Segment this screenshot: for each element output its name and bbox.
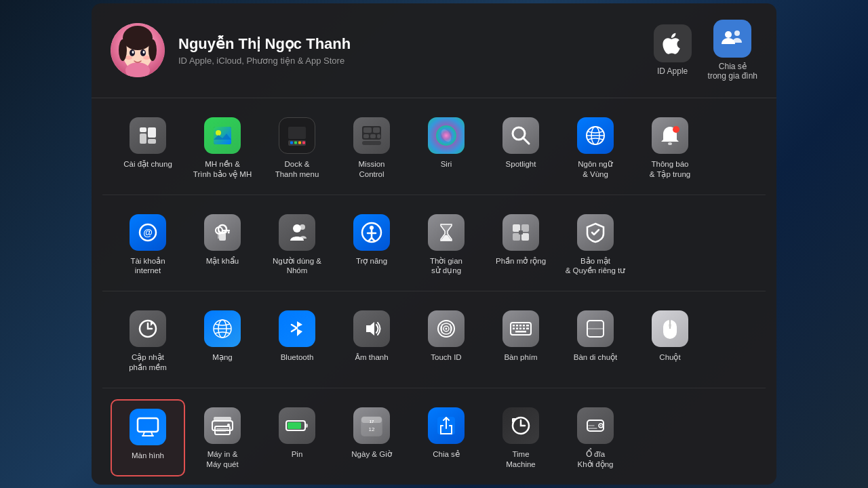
internet-label: Tài khoảninternet: [130, 256, 165, 277]
apple-id-label: ID Apple: [657, 66, 688, 76]
item-keyboard[interactable]: Bàn phím: [484, 302, 558, 380]
apple-id-button[interactable]: ID Apple: [654, 24, 692, 76]
startup-label: Ổ đĩaKhởi động: [577, 449, 613, 470]
svg-point-43: [668, 142, 672, 145]
svg-rect-34: [362, 141, 381, 145]
battery-icon: [279, 407, 315, 444]
svg-rect-77: [516, 325, 518, 327]
section-3: Cập nhậtphần mềm Mạng: [102, 291, 766, 388]
item-siri[interactable]: Siri: [409, 109, 484, 186]
screentime-icon: [428, 214, 465, 251]
mission-icon: [353, 117, 390, 154]
item-datetime[interactable]: 17 12 Ngày & Giờ: [334, 399, 409, 476]
siri-icon: [428, 117, 465, 154]
apple-id-icon-box: [654, 24, 692, 62]
item-printer[interactable]: Máy in &Máy quét: [185, 399, 260, 476]
datetime-label: Ngày & Giờ: [351, 449, 391, 460]
user-subtitle: ID Apple, iCloud, Phương tiện & App Stor…: [178, 56, 654, 66]
item-screentime[interactable]: Thời giansử dụng: [409, 206, 484, 283]
bluetooth-icon: [279, 310, 315, 347]
svg-line-70: [292, 328, 297, 331]
item-users[interactable]: Người dùng &Nhóm: [260, 206, 334, 283]
item-sound[interactable]: Âm thanh: [334, 302, 409, 380]
item-mouse[interactable]: Chuột: [633, 302, 707, 380]
notif-label: Thông báo& Tập trung: [650, 159, 691, 180]
item-display[interactable]: Màn hình: [111, 399, 185, 476]
touchid-label: Touch ID: [431, 352, 461, 363]
accessibility-icon: [353, 214, 390, 251]
svg-rect-17: [148, 139, 156, 144]
timemachine-label: TimeMachine: [506, 449, 535, 470]
timemachine-icon: [502, 407, 539, 444]
section-4-grid: Màn hình Máy in &Máy quét: [111, 399, 757, 476]
svg-rect-51: [225, 231, 227, 233]
network-icon: [204, 310, 241, 347]
svg-point-13: [734, 30, 740, 36]
display-label: Màn hình: [132, 451, 164, 461]
item-spotlight[interactable]: Spotlight: [484, 109, 558, 186]
item-language[interactable]: Ngôn ngữ& Vùng: [558, 109, 633, 186]
svg-rect-31: [363, 134, 369, 138]
item-touchid[interactable]: Touch ID: [409, 302, 484, 380]
svg-rect-50: [228, 231, 230, 233]
item-network[interactable]: Mạng: [185, 302, 260, 380]
keyboard-icon: [502, 310, 539, 347]
svg-point-91: [669, 323, 671, 327]
spotlight-label: Spotlight: [506, 159, 536, 169]
battery-label: Pin: [292, 449, 303, 460]
svg-rect-29: [363, 127, 372, 133]
svg-rect-81: [513, 328, 515, 330]
item-timemachine[interactable]: TimeMachine: [484, 399, 558, 476]
item-wallpaper[interactable]: MH nền &Trình bảo vệ MH: [185, 109, 260, 186]
general-label: Cài đặt chung: [123, 159, 172, 169]
item-security[interactable]: Bảo mật& Quyền riêng tư: [558, 206, 633, 283]
family-sharing-button[interactable]: Chia sẻtrong gia đình: [708, 20, 757, 81]
svg-line-69: [292, 325, 297, 328]
item-extensions[interactable]: Phần mở rộng: [484, 206, 558, 283]
svg-rect-64: [519, 230, 523, 235]
item-accessibility[interactable]: Trợ năng: [334, 206, 409, 283]
svg-rect-93: [139, 420, 157, 430]
item-battery[interactable]: Pin: [260, 399, 334, 476]
svg-rect-101: [216, 428, 229, 430]
item-mission[interactable]: MissionControl: [334, 109, 409, 186]
svg-rect-32: [370, 134, 376, 138]
svg-point-115: [600, 425, 601, 426]
svg-rect-76: [513, 325, 515, 327]
language-icon: [577, 117, 614, 154]
svg-point-8: [132, 51, 134, 54]
svg-text:@: @: [143, 227, 153, 238]
item-general[interactable]: Cài đặt chung: [111, 109, 185, 186]
svg-rect-79: [523, 325, 525, 327]
password-label: Mật khẩu: [206, 256, 239, 266]
sound-icon: [353, 310, 390, 347]
security-icon: [577, 214, 614, 251]
update-icon: [130, 310, 166, 347]
item-update[interactable]: Cập nhậtphần mềm: [111, 302, 185, 380]
keyboard-label: Bàn phím: [504, 352, 537, 363]
item-trackpad[interactable]: Bàn di chuột: [558, 302, 633, 380]
item-notif[interactable]: Thông báo& Tập trung: [633, 109, 707, 186]
item-password[interactable]: Mật khẩu: [185, 206, 260, 283]
svg-rect-105: [288, 422, 301, 429]
siri-label: Siri: [441, 159, 452, 169]
svg-rect-30: [373, 127, 380, 133]
svg-rect-86: [515, 331, 526, 333]
security-label: Bảo mật& Quyền riêng tư: [566, 256, 626, 277]
item-sharing[interactable]: Chia sẻ: [409, 399, 484, 476]
item-dock[interactable]: Dock &Thanh menu: [260, 109, 334, 186]
svg-point-100: [227, 424, 230, 426]
update-label: Cập nhậtphần mềm: [129, 352, 167, 373]
svg-rect-49: [222, 230, 230, 232]
avatar[interactable]: [111, 23, 165, 77]
spotlight-icon: [502, 117, 539, 154]
sharing-label: Chia sẻ: [433, 449, 460, 460]
svg-rect-22: [288, 127, 306, 139]
item-bluetooth[interactable]: Bluetooth: [260, 302, 334, 380]
svg-point-3: [123, 26, 153, 50]
dock-label: Dock &Thanh menu: [275, 159, 319, 180]
item-internet[interactable]: @ Tài khoảninternet: [111, 206, 185, 283]
touchid-icon: [428, 310, 465, 347]
item-startup[interactable]: Ổ đĩaKhởi động: [558, 399, 633, 476]
svg-rect-84: [523, 328, 525, 330]
